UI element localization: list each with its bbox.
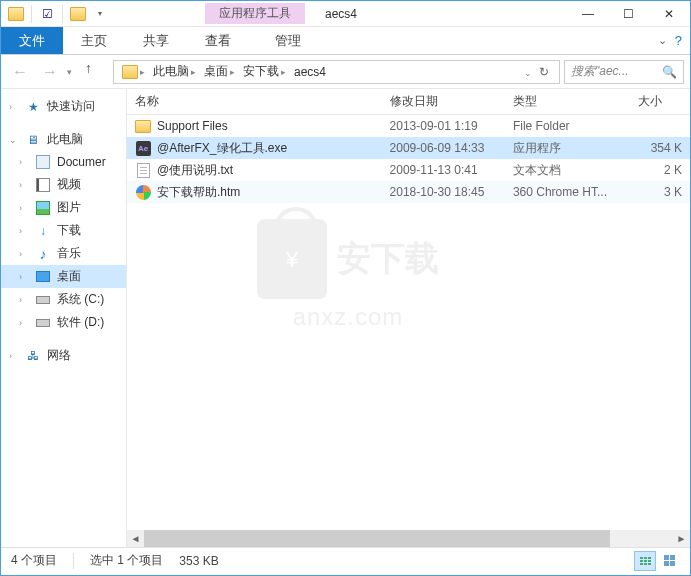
breadcrumb-segment[interactable]: aecs4 — [294, 65, 326, 79]
sidebar-item-desktop[interactable]: ›桌面 — [1, 265, 126, 288]
nav-up-button[interactable]: ↑ — [85, 60, 109, 84]
file-list-pane: 名称 修改日期 类型 大小 Support Files 2013-09-01 1… — [127, 89, 690, 547]
sidebar-item-quick-access[interactable]: ›★快速访问 — [1, 95, 126, 118]
picture-icon — [35, 200, 51, 216]
tab-file[interactable]: 文件 — [1, 27, 63, 54]
navigation-sidebar: ›★快速访问 ⌄🖥此电脑 ›Documer ›视频 ›图片 ›↓下载 ›♪音乐 … — [1, 89, 127, 547]
address-bar: ← → ▾ ↑ ▸ 此电脑 ▸ 桌面 ▸ 安下载 ▸ aecs4 ⌄ ↻ 搜索"… — [1, 55, 690, 89]
column-header-size[interactable]: 大小 — [630, 93, 690, 110]
sidebar-item-network[interactable]: ›🖧网络 — [1, 344, 126, 367]
view-details-button[interactable] — [634, 551, 656, 571]
sidebar-item-this-pc[interactable]: ⌄🖥此电脑 — [1, 128, 126, 151]
status-size: 353 KB — [179, 554, 218, 568]
chevron-right-icon[interactable]: › — [19, 249, 29, 259]
chevron-right-icon[interactable]: ▸ — [140, 67, 145, 77]
chevron-right-icon[interactable]: › — [19, 272, 29, 282]
sidebar-item-documents[interactable]: ›Documer — [1, 151, 126, 173]
folder-icon — [122, 65, 138, 79]
status-item-count: 4 个项目 — [11, 552, 57, 569]
view-large-icons-button[interactable] — [658, 551, 680, 571]
breadcrumb[interactable]: ▸ 此电脑 ▸ 桌面 ▸ 安下载 ▸ aecs4 ⌄ ↻ — [113, 60, 560, 84]
pc-icon: 🖥 — [25, 132, 41, 148]
video-icon — [35, 177, 51, 193]
chevron-right-icon[interactable]: › — [19, 180, 29, 190]
scrollbar-track[interactable] — [144, 530, 673, 547]
file-list: Support Files 2013-09-01 1:19 File Folde… — [127, 115, 690, 203]
search-input[interactable]: 搜索"aec... 🔍 — [564, 60, 684, 84]
chevron-right-icon[interactable]: ▸ — [230, 67, 235, 77]
column-header-type[interactable]: 类型 — [505, 93, 630, 110]
tab-home[interactable]: 主页 — [63, 27, 125, 54]
breadcrumb-segment[interactable]: 安下载 — [243, 63, 279, 80]
file-row[interactable]: Support Files 2013-09-01 1:19 File Folde… — [127, 115, 690, 137]
folder-icon — [135, 118, 151, 134]
close-button[interactable]: ✕ — [648, 1, 690, 27]
column-header-date[interactable]: 修改日期 — [382, 93, 505, 110]
column-headers: 名称 修改日期 类型 大小 — [127, 89, 690, 115]
scroll-left-button[interactable]: ◄ — [127, 530, 144, 547]
sidebar-item-music[interactable]: ›♪音乐 — [1, 242, 126, 265]
download-icon: ↓ — [35, 223, 51, 239]
drive-icon — [35, 315, 51, 331]
network-icon: 🖧 — [25, 348, 41, 364]
maximize-button[interactable]: ☐ — [608, 1, 648, 27]
sidebar-item-videos[interactable]: ›视频 — [1, 173, 126, 196]
chevron-down-icon[interactable]: ⌄ — [9, 135, 19, 145]
nav-history-dropdown[interactable]: ▾ — [67, 67, 81, 77]
column-header-name[interactable]: 名称 — [127, 93, 382, 110]
sidebar-item-drive-d[interactable]: ›软件 (D:) — [1, 311, 126, 334]
sidebar-item-downloads[interactable]: ›↓下载 — [1, 219, 126, 242]
search-placeholder: 搜索"aec... — [571, 63, 662, 80]
tab-share[interactable]: 共享 — [125, 27, 187, 54]
horizontal-scrollbar[interactable]: ◄ ► — [127, 530, 690, 547]
nav-back-button[interactable]: ← — [7, 59, 33, 85]
document-icon — [35, 154, 51, 170]
qat-dropdown-icon[interactable]: ▾ — [91, 5, 109, 23]
tab-view[interactable]: 查看 — [187, 27, 249, 54]
help-icon[interactable]: ? — [675, 33, 682, 48]
folder-icon[interactable] — [69, 5, 87, 23]
status-selection: 选中 1 个项目 — [90, 552, 163, 569]
star-icon: ★ — [25, 99, 41, 115]
chevron-right-icon[interactable]: › — [9, 351, 19, 361]
scroll-right-button[interactable]: ► — [673, 530, 690, 547]
chevron-right-icon[interactable]: › — [19, 295, 29, 305]
watermark: 安下载 anxz.com — [257, 219, 439, 331]
sidebar-item-drive-c[interactable]: ›系统 (C:) — [1, 288, 126, 311]
window-title: aecs4 — [325, 7, 357, 21]
drive-icon — [35, 292, 51, 308]
chevron-right-icon[interactable]: › — [9, 102, 19, 112]
file-row[interactable]: 安下载帮助.htm 2018-10-30 18:45 360 Chrome HT… — [127, 181, 690, 203]
properties-icon[interactable]: ☑ — [38, 5, 56, 23]
refresh-icon[interactable]: ↻ — [539, 65, 549, 79]
breadcrumb-segment[interactable]: 桌面 — [204, 63, 228, 80]
html-icon — [135, 184, 151, 200]
exe-icon: Ae — [135, 140, 151, 156]
file-row[interactable]: @使用说明.txt 2009-11-13 0:41 文本文档 2 K — [127, 159, 690, 181]
music-icon: ♪ — [35, 246, 51, 262]
nav-forward-button[interactable]: → — [37, 59, 63, 85]
title-bar: ☑ ▾ 应用程序工具 aecs4 ― ☐ ✕ — [1, 1, 690, 27]
search-icon[interactable]: 🔍 — [662, 65, 677, 79]
status-bar: 4 个项目 选中 1 个项目 353 KB — [1, 547, 690, 573]
desktop-icon — [35, 269, 51, 285]
breadcrumb-segment[interactable]: 此电脑 — [153, 63, 189, 80]
context-tab-label: 应用程序工具 — [205, 3, 305, 24]
chevron-right-icon[interactable]: › — [19, 226, 29, 236]
sidebar-item-pictures[interactable]: ›图片 — [1, 196, 126, 219]
quick-access-toolbar: ☑ ▾ — [1, 5, 115, 23]
chevron-right-icon[interactable]: › — [19, 157, 29, 167]
txt-icon — [135, 162, 151, 178]
folder-icon[interactable] — [7, 5, 25, 23]
ribbon-tabs: 文件 主页 共享 查看 管理 ⌄ ? — [1, 27, 690, 55]
chevron-right-icon[interactable]: ▸ — [191, 67, 196, 77]
chevron-right-icon[interactable]: › — [19, 203, 29, 213]
chevron-right-icon[interactable]: ▸ — [281, 67, 286, 77]
scrollbar-thumb[interactable] — [144, 530, 610, 547]
chevron-right-icon[interactable]: › — [19, 318, 29, 328]
minimize-button[interactable]: ― — [568, 1, 608, 27]
chevron-down-icon[interactable]: ⌄ — [524, 68, 532, 78]
tab-manage[interactable]: 管理 — [257, 27, 319, 54]
file-row[interactable]: Ae@AfterFX_绿化工具.exe 2009-06-09 14:33 应用程… — [127, 137, 690, 159]
ribbon-expand-icon[interactable]: ⌄ — [658, 34, 667, 47]
